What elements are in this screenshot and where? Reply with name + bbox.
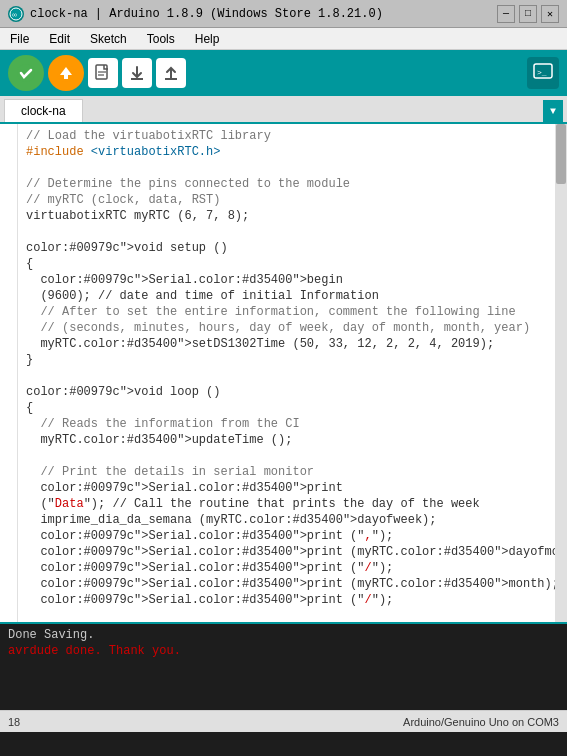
statusbar: 18 Arduino/Genuino Uno on COM3 — [0, 710, 567, 732]
line-numbers — [0, 124, 18, 622]
menu-tools[interactable]: Tools — [141, 30, 181, 48]
code-line: // (seconds, minutes, hours, day of week… — [26, 320, 547, 336]
code-line: { — [26, 256, 547, 272]
maximize-button[interactable]: □ — [519, 5, 537, 23]
code-line: myRTC.color:#d35400">updateTime (); — [26, 432, 547, 448]
code-line: color:#00979c">void loop () — [26, 384, 547, 400]
code-line — [26, 368, 547, 384]
new-button[interactable] — [88, 58, 118, 88]
code-line: ("Data"); // Call the routine that print… — [26, 496, 547, 512]
code-line — [26, 448, 547, 464]
code-line: imprime_dia_da_semana (myRTC.color:#d354… — [26, 512, 547, 528]
upload-button[interactable] — [48, 55, 84, 91]
code-line: // myRTC (clock, data, RST) — [26, 192, 547, 208]
code-line: // Reads the information from the CI — [26, 416, 547, 432]
minimize-button[interactable]: — — [497, 5, 515, 23]
code-line: color:#00979c">Serial.color:#d35400">pri… — [26, 528, 547, 544]
console: Done Saving. avrdude done. Thank you. — [0, 622, 567, 710]
code-line: // Load the virtuabotixRTC library — [26, 128, 547, 144]
code-line: color:#00979c">Serial.color:#d35400">pri… — [26, 592, 547, 608]
save-button[interactable] — [156, 58, 186, 88]
menubar: File Edit Sketch Tools Help — [0, 28, 567, 50]
code-line: color:#00979c">Serial.color:#d35400">pri… — [26, 560, 547, 576]
code-line — [26, 160, 547, 176]
console-scrollbar[interactable] — [555, 622, 567, 624]
titlebar-controls: — □ ✕ — [497, 5, 559, 23]
tab-clock-na[interactable]: clock-na — [4, 99, 83, 122]
vertical-scrollbar[interactable] — [555, 124, 567, 622]
code-line: // Print the details in serial monitor — [26, 464, 547, 480]
code-line: // Determine the pins connected to the m… — [26, 176, 547, 192]
code-line: virtuabotixRTC myRTC (6, 7, 8); — [26, 208, 547, 224]
line-number-status: 18 — [8, 716, 20, 728]
scrollbar-thumb[interactable] — [556, 124, 566, 184]
console-output: avrdude done. Thank you. — [0, 644, 555, 658]
code-line: color:#00979c">Serial.color:#d35400">pri… — [26, 544, 547, 560]
tab-dropdown-button[interactable]: ▼ — [543, 100, 563, 122]
menu-file[interactable]: File — [4, 30, 35, 48]
menu-help[interactable]: Help — [189, 30, 226, 48]
open-button[interactable] — [122, 58, 152, 88]
code-line: color:#00979c">Serial.color:#d35400">pri… — [26, 576, 547, 592]
svg-text:>_: >_ — [537, 68, 547, 77]
code-line: } — [26, 352, 547, 368]
menu-sketch[interactable]: Sketch — [84, 30, 133, 48]
close-button[interactable]: ✕ — [541, 5, 559, 23]
code-line: myRTC.color:#d35400">setDS1302Time (50, … — [26, 336, 547, 352]
console-status: Done Saving. — [0, 624, 555, 644]
code-content[interactable]: // Load the virtuabotixRTC library#inclu… — [18, 124, 555, 622]
toolbar: >_ — [0, 50, 567, 96]
svg-point-2 — [17, 64, 35, 82]
code-line: color:#00979c">void setup () — [26, 240, 547, 256]
code-line: color:#00979c">Serial.color:#d35400">beg… — [26, 272, 547, 288]
code-line: (9600); // date and time of initial Info… — [26, 288, 547, 304]
code-editor: // Load the virtuabotixRTC library#inclu… — [0, 124, 567, 622]
code-line — [26, 224, 547, 240]
code-line: { — [26, 400, 547, 416]
board-status: Arduino/Genuino Uno on COM3 — [403, 716, 559, 728]
code-line: color:#00979c">Serial.color:#d35400">pri… — [26, 480, 547, 496]
code-line: // After to set the entire information, … — [26, 304, 547, 320]
titlebar-title: clock-na | Arduino 1.8.9 (Windows Store … — [30, 7, 383, 21]
console-scrollbar-thumb[interactable] — [556, 622, 566, 624]
verify-button[interactable] — [8, 55, 44, 91]
tabbar: clock-na ▼ — [0, 96, 567, 124]
svg-text:∞: ∞ — [12, 11, 17, 18]
titlebar: ∞ clock-na | Arduino 1.8.9 (Windows Stor… — [0, 0, 567, 28]
app-logo: ∞ — [8, 6, 24, 22]
serial-monitor-button[interactable]: >_ — [527, 57, 559, 89]
code-line: #include <virtuabotixRTC.h> — [26, 144, 547, 160]
menu-edit[interactable]: Edit — [43, 30, 76, 48]
